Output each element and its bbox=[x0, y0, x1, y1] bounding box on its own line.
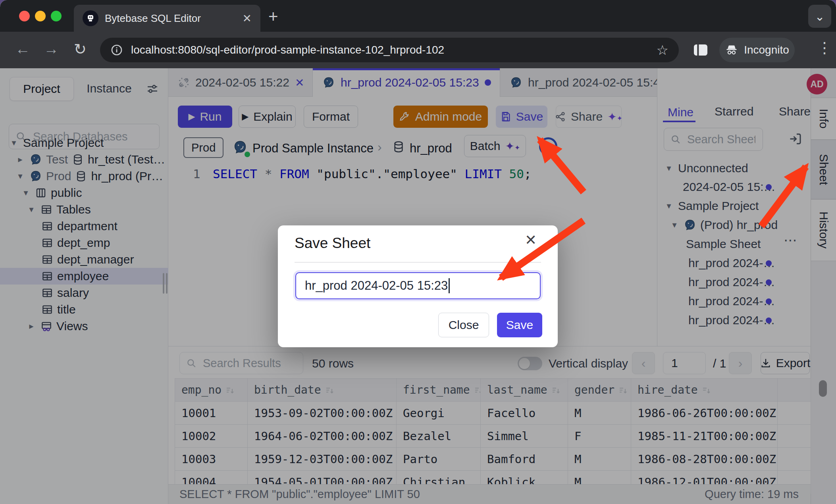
new-tab-button[interactable]: + bbox=[268, 7, 278, 26]
incognito-label: Incognito bbox=[744, 44, 789, 56]
forward-button[interactable]: → bbox=[44, 40, 59, 58]
address-bar[interactable]: localhost:8080/sql-editor/prod-sample-in… bbox=[100, 38, 679, 62]
browser-menu-icon[interactable]: ⋮ bbox=[817, 39, 832, 56]
browser-tab[interactable]: Bytebase SQL Editor ✕ bbox=[74, 5, 260, 32]
browser-toolbar: ← → ↻ localhost:8080/sql-editor/prod-sam… bbox=[0, 32, 836, 68]
dialog-save-button[interactable]: Save bbox=[497, 313, 542, 337]
dialog-divider bbox=[295, 262, 541, 263]
bookmark-star-icon[interactable]: ☆ bbox=[657, 42, 668, 58]
site-info-icon[interactable] bbox=[110, 44, 123, 56]
sheet-name-value: hr_prod 2024-02-05 15:23 bbox=[305, 279, 448, 293]
tab-close-icon[interactable]: ✕ bbox=[243, 12, 252, 25]
incognito-icon bbox=[725, 43, 738, 57]
bytebase-favicon bbox=[83, 10, 98, 26]
text-cursor bbox=[449, 278, 450, 293]
window-close-button[interactable] bbox=[19, 11, 30, 21]
tab-search-chevron-button[interactable]: ⌄ bbox=[808, 5, 831, 28]
back-button[interactable]: ← bbox=[15, 40, 30, 58]
window-minimize-button[interactable] bbox=[35, 11, 46, 21]
dialog-title: Save Sheet bbox=[295, 235, 370, 252]
window-zoom-button[interactable] bbox=[51, 11, 62, 21]
url-text: localhost:8080/sql-editor/prod-sample-in… bbox=[131, 44, 649, 56]
reload-button[interactable]: ↻ bbox=[74, 40, 87, 58]
browser-tab-strip: Bytebase SQL Editor ✕ + ⌄ bbox=[0, 0, 836, 32]
sheet-name-input[interactable]: hr_prod 2024-02-05 15:23 bbox=[295, 272, 541, 299]
side-panel-icon[interactable] bbox=[692, 42, 709, 58]
bytebase-app: Project Instance ▾ Sample Project ▸ Test bbox=[0, 68, 836, 504]
incognito-badge: Incognito bbox=[719, 38, 795, 62]
dialog-close-icon[interactable]: ✕ bbox=[525, 232, 537, 248]
browser-window: Bytebase SQL Editor ✕ + ⌄ ← → ↻ localhos… bbox=[0, 0, 836, 504]
dialog-close-button[interactable]: Close bbox=[438, 313, 489, 337]
browser-tab-title: Bytebase SQL Editor bbox=[105, 12, 236, 25]
